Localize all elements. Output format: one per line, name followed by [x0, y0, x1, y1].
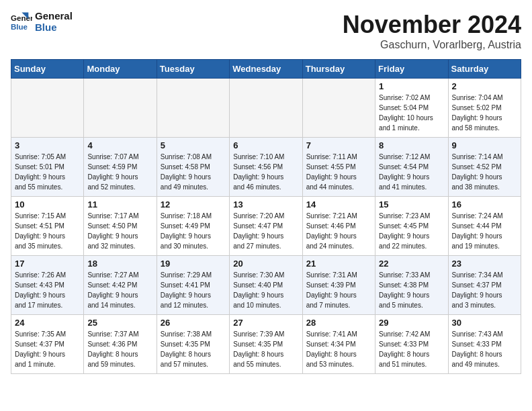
calendar-cell: 26Sunrise: 7:38 AM Sunset: 4:35 PM Dayli… — [157, 315, 229, 374]
calendar-table: SundayMondayTuesdayWednesdayThursdayFrid… — [11, 59, 521, 374]
day-number: 23 — [452, 259, 517, 269]
svg-text:General: General — [11, 14, 32, 22]
day-info: Sunrise: 7:37 AM Sunset: 4:36 PM Dayligh… — [87, 329, 152, 369]
day-number: 25 — [87, 318, 152, 328]
day-info: Sunrise: 7:15 AM Sunset: 4:51 PM Dayligh… — [15, 211, 80, 251]
calendar-cell — [230, 79, 302, 138]
weekday-header: Saturday — [448, 60, 521, 79]
day-number: 28 — [306, 318, 371, 328]
day-info: Sunrise: 7:10 AM Sunset: 4:56 PM Dayligh… — [233, 152, 298, 192]
day-info: Sunrise: 7:34 AM Sunset: 4:37 PM Dayligh… — [452, 270, 517, 310]
day-info: Sunrise: 7:26 AM Sunset: 4:43 PM Dayligh… — [15, 270, 80, 310]
day-info: Sunrise: 7:31 AM Sunset: 4:39 PM Dayligh… — [306, 270, 371, 310]
calendar-cell: 24Sunrise: 7:35 AM Sunset: 4:37 PM Dayli… — [11, 315, 84, 374]
calendar-cell: 11Sunrise: 7:17 AM Sunset: 4:50 PM Dayli… — [84, 197, 157, 256]
calendar-cell: 14Sunrise: 7:21 AM Sunset: 4:46 PM Dayli… — [302, 197, 375, 256]
calendar-cell: 20Sunrise: 7:30 AM Sunset: 4:40 PM Dayli… — [230, 256, 302, 315]
calendar-cell: 1Sunrise: 7:02 AM Sunset: 5:04 PM Daylig… — [375, 79, 448, 138]
calendar-cell: 2Sunrise: 7:04 AM Sunset: 5:02 PM Daylig… — [448, 79, 521, 138]
day-info: Sunrise: 7:07 AM Sunset: 4:59 PM Dayligh… — [87, 152, 152, 192]
day-info: Sunrise: 7:08 AM Sunset: 4:58 PM Dayligh… — [161, 152, 226, 192]
day-number: 3 — [15, 140, 80, 150]
logo-icon: General Blue — [11, 11, 32, 33]
day-info: Sunrise: 7:39 AM Sunset: 4:35 PM Dayligh… — [233, 329, 298, 369]
day-number: 24 — [15, 318, 80, 328]
day-number: 17 — [15, 259, 80, 269]
day-number: 26 — [161, 318, 226, 328]
calendar-cell — [11, 79, 84, 138]
calendar-cell: 4Sunrise: 7:07 AM Sunset: 4:59 PM Daylig… — [84, 138, 157, 197]
calendar-cell: 18Sunrise: 7:27 AM Sunset: 4:42 PM Dayli… — [84, 256, 157, 315]
calendar-cell: 6Sunrise: 7:10 AM Sunset: 4:56 PM Daylig… — [230, 138, 302, 197]
day-number: 27 — [233, 318, 298, 328]
title-area: November 2024 Gaschurn, Vorarlberg, Aust… — [343, 11, 521, 51]
day-number: 4 — [87, 140, 152, 150]
calendar-cell: 7Sunrise: 7:11 AM Sunset: 4:55 PM Daylig… — [302, 138, 375, 197]
calendar-cell: 8Sunrise: 7:12 AM Sunset: 4:54 PM Daylig… — [375, 138, 448, 197]
day-number: 13 — [233, 199, 298, 210]
weekday-header: Sunday — [11, 60, 84, 79]
day-number: 18 — [87, 259, 152, 269]
day-number: 11 — [87, 199, 152, 210]
day-info: Sunrise: 7:41 AM Sunset: 4:34 PM Dayligh… — [306, 329, 371, 369]
day-number: 30 — [452, 318, 517, 328]
day-info: Sunrise: 7:14 AM Sunset: 4:52 PM Dayligh… — [452, 152, 517, 192]
calendar-cell: 15Sunrise: 7:23 AM Sunset: 4:45 PM Dayli… — [375, 197, 448, 256]
calendar-cell — [84, 79, 157, 138]
calendar-cell: 9Sunrise: 7:14 AM Sunset: 4:52 PM Daylig… — [448, 138, 521, 197]
day-number: 5 — [161, 140, 226, 150]
weekday-header: Friday — [375, 60, 448, 79]
calendar-cell: 5Sunrise: 7:08 AM Sunset: 4:58 PM Daylig… — [157, 138, 229, 197]
day-info: Sunrise: 7:12 AM Sunset: 4:54 PM Dayligh… — [379, 152, 444, 192]
day-number: 19 — [161, 259, 226, 269]
logo-line2: Blue — [35, 22, 73, 34]
day-info: Sunrise: 7:04 AM Sunset: 5:02 PM Dayligh… — [452, 93, 517, 133]
calendar-cell: 25Sunrise: 7:37 AM Sunset: 4:36 PM Dayli… — [84, 315, 157, 374]
day-number: 9 — [452, 140, 517, 150]
calendar-cell: 10Sunrise: 7:15 AM Sunset: 4:51 PM Dayli… — [11, 197, 84, 256]
calendar-week-row: 10Sunrise: 7:15 AM Sunset: 4:51 PM Dayli… — [11, 197, 521, 256]
calendar-cell: 3Sunrise: 7:05 AM Sunset: 5:01 PM Daylig… — [11, 138, 84, 197]
page-header: General Blue General Blue November 2024 … — [11, 11, 521, 51]
calendar-cell: 12Sunrise: 7:18 AM Sunset: 4:49 PM Dayli… — [157, 197, 229, 256]
day-info: Sunrise: 7:05 AM Sunset: 5:01 PM Dayligh… — [15, 152, 80, 192]
day-number: 20 — [233, 259, 298, 269]
day-number: 7 — [306, 140, 371, 150]
month-title: November 2024 — [343, 11, 521, 39]
calendar-cell: 22Sunrise: 7:33 AM Sunset: 4:38 PM Dayli… — [375, 256, 448, 315]
day-number: 2 — [452, 81, 517, 91]
calendar-cell: 13Sunrise: 7:20 AM Sunset: 4:47 PM Dayli… — [230, 197, 302, 256]
day-number: 29 — [379, 318, 444, 328]
day-info: Sunrise: 7:27 AM Sunset: 4:42 PM Dayligh… — [87, 270, 152, 310]
location: Gaschurn, Vorarlberg, Austria — [343, 39, 521, 51]
day-number: 16 — [452, 199, 517, 210]
logo: General Blue General Blue — [11, 11, 73, 33]
calendar-week-row: 17Sunrise: 7:26 AM Sunset: 4:43 PM Dayli… — [11, 256, 521, 315]
weekday-header: Monday — [84, 60, 157, 79]
day-number: 12 — [161, 199, 226, 210]
day-number: 14 — [306, 199, 371, 210]
calendar-cell: 28Sunrise: 7:41 AM Sunset: 4:34 PM Dayli… — [302, 315, 375, 374]
calendar-cell: 23Sunrise: 7:34 AM Sunset: 4:37 PM Dayli… — [448, 256, 521, 315]
day-info: Sunrise: 7:42 AM Sunset: 4:33 PM Dayligh… — [379, 329, 444, 369]
calendar-cell — [302, 79, 375, 138]
day-info: Sunrise: 7:24 AM Sunset: 4:44 PM Dayligh… — [452, 211, 517, 251]
day-info: Sunrise: 7:33 AM Sunset: 4:38 PM Dayligh… — [379, 270, 444, 310]
calendar-header-row: SundayMondayTuesdayWednesdayThursdayFrid… — [11, 60, 521, 79]
day-info: Sunrise: 7:11 AM Sunset: 4:55 PM Dayligh… — [306, 152, 371, 192]
day-number: 15 — [379, 199, 444, 210]
weekday-header: Tuesday — [157, 60, 229, 79]
day-info: Sunrise: 7:18 AM Sunset: 4:49 PM Dayligh… — [161, 211, 226, 251]
day-info: Sunrise: 7:29 AM Sunset: 4:41 PM Dayligh… — [161, 270, 226, 310]
day-number: 1 — [379, 81, 444, 91]
calendar-cell: 29Sunrise: 7:42 AM Sunset: 4:33 PM Dayli… — [375, 315, 448, 374]
day-info: Sunrise: 7:43 AM Sunset: 4:33 PM Dayligh… — [452, 329, 517, 369]
calendar-cell: 30Sunrise: 7:43 AM Sunset: 4:33 PM Dayli… — [448, 315, 521, 374]
calendar-week-row: 24Sunrise: 7:35 AM Sunset: 4:37 PM Dayli… — [11, 315, 521, 374]
day-info: Sunrise: 7:38 AM Sunset: 4:35 PM Dayligh… — [161, 329, 226, 369]
calendar-cell: 19Sunrise: 7:29 AM Sunset: 4:41 PM Dayli… — [157, 256, 229, 315]
day-number: 22 — [379, 259, 444, 269]
day-info: Sunrise: 7:02 AM Sunset: 5:04 PM Dayligh… — [379, 93, 444, 133]
day-number: 21 — [306, 259, 371, 269]
day-info: Sunrise: 7:35 AM Sunset: 4:37 PM Dayligh… — [15, 329, 80, 369]
